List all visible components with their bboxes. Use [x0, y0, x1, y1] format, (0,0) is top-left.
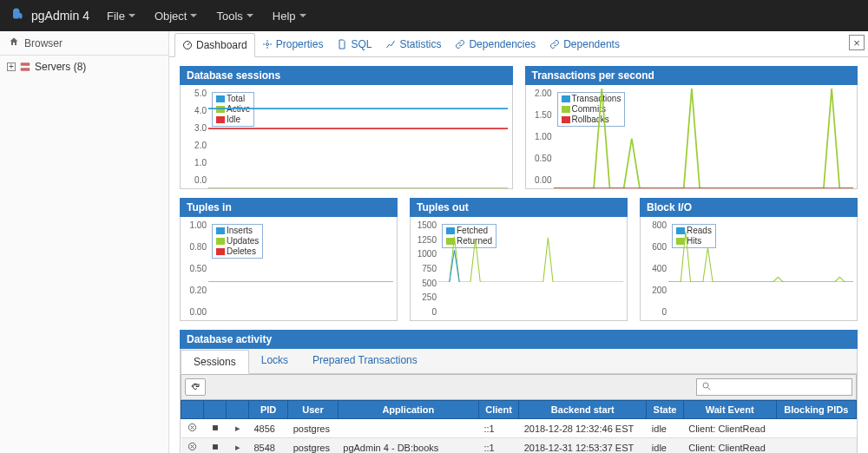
y-axis: 5.04.03.02.01.00.0 [182, 89, 207, 185]
panel-block-io: Block I/O 8006004002000 Reads Hits [640, 198, 858, 321]
refresh-button[interactable] [185, 378, 206, 396]
cell-user: postgres [288, 438, 339, 454]
panel-header: Tuples out [410, 198, 628, 217]
panel-database-activity: Database activity Sessions Locks Prepare… [180, 330, 858, 453]
chevron-down-icon [299, 14, 306, 17]
top-navbar: pgAdmin 4 File Object Tools Help [0, 0, 868, 31]
expand-icon[interactable]: + [7, 62, 16, 71]
cell-state: idle [647, 419, 683, 438]
cell-wait-event: Client: ClientRead [683, 438, 776, 454]
chevron-down-icon [128, 14, 135, 17]
activity-table: PID User Application Client Backend star… [181, 400, 857, 453]
panel-header: Transactions per second [525, 66, 858, 85]
panel-header: Tuples in [180, 198, 398, 217]
cell-blocking-pids [776, 438, 856, 454]
cell-wait-event: Client: ClientRead [683, 419, 776, 438]
col-pid[interactable]: PID [249, 401, 288, 419]
col-state[interactable]: State [647, 401, 683, 419]
svg-rect-15 [213, 425, 218, 430]
col-backend-start[interactable]: Backend start [519, 401, 647, 419]
panel-header: Database activity [180, 330, 858, 349]
cell-application: pgAdmin 4 - DB:books [338, 438, 478, 454]
tab-statistics[interactable]: Statistics [378, 33, 448, 56]
col-wait-event[interactable]: Wait Event [683, 401, 776, 419]
tps-chart [554, 89, 853, 188]
subtab-sessions[interactable]: Sessions [181, 350, 249, 374]
caret-right-icon[interactable]: ▸ [232, 442, 244, 453]
col-terminate [204, 401, 227, 419]
menu-help[interactable]: Help [273, 10, 306, 23]
subtab-prepared[interactable]: Prepared Transactions [300, 349, 430, 373]
cell-state: idle [647, 438, 683, 454]
col-expand [227, 401, 249, 419]
svg-rect-0 [21, 62, 30, 66]
cell-application [338, 419, 478, 438]
col-user[interactable]: User [288, 401, 339, 419]
cell-blocking-pids [776, 419, 856, 438]
tab-properties[interactable]: Properties [255, 33, 331, 56]
tuples-out-chart [438, 220, 623, 282]
browser-title: Browser [24, 37, 62, 49]
col-cancel [181, 401, 204, 419]
cell-backend-start: 2018-12-31 12:53:37 EST [519, 438, 647, 454]
table-row[interactable]: ▸4856postgres::12018-12-28 12:32:46 ESTi… [181, 419, 857, 438]
tab-dashboard[interactable]: Dashboard [174, 33, 255, 57]
cell-user: postgres [288, 419, 339, 438]
menu-file[interactable]: File [107, 10, 135, 23]
menu-tools[interactable]: Tools [216, 10, 253, 23]
col-application[interactable]: Application [338, 401, 478, 419]
subtab-locks[interactable]: Locks [249, 349, 300, 373]
cell-client: ::1 [478, 438, 518, 454]
y-axis: 8006004002000 [642, 220, 667, 317]
link-icon [455, 39, 465, 49]
y-axis: 2.001.501.000.500.00 [528, 89, 552, 185]
svg-point-3 [266, 43, 268, 45]
servers-icon [19, 61, 31, 73]
panel-tuples-in: Tuples in 1.000.800.500.200.00 Inserts U… [180, 198, 398, 321]
chevron-down-icon [190, 14, 197, 17]
refresh-icon [190, 382, 201, 392]
cancel-icon[interactable] [187, 423, 199, 434]
home-icon [9, 36, 19, 49]
svg-rect-1 [21, 68, 30, 71]
browser-header: Browser [0, 31, 168, 56]
table-row[interactable]: ▸8548postgrespgAdmin 4 - DB:books::12018… [181, 438, 857, 454]
close-button[interactable]: × [849, 35, 865, 50]
browser-panel: Browser + Servers (8) [0, 31, 169, 453]
stop-icon[interactable] [209, 423, 221, 434]
y-axis: 1.000.800.500.200.00 [182, 220, 207, 317]
content-area: × Dashboard Properties SQL Statistics De… [169, 31, 868, 453]
y-axis: 1500125010007505002500 [412, 220, 437, 317]
cell-backend-start: 2018-12-28 12:32:46 EST [519, 419, 647, 438]
caret-right-icon[interactable]: ▸ [232, 423, 244, 434]
sessions-chart [208, 89, 508, 188]
col-client[interactable]: Client [478, 401, 518, 419]
panel-header: Database sessions [180, 66, 513, 85]
activity-subtabs: Sessions Locks Prepared Transactions [181, 349, 857, 374]
panel-header: Block I/O [640, 198, 858, 217]
menu-object[interactable]: Object [155, 10, 198, 23]
stop-icon[interactable] [209, 443, 221, 453]
dashboard-icon [182, 40, 193, 50]
tab-dependencies[interactable]: Dependencies [448, 33, 542, 56]
panel-tuples-out: Tuples out 1500125010007505002500 Fetche… [410, 198, 628, 321]
tab-dependents[interactable]: Dependents [542, 33, 627, 56]
tree-node-servers[interactable]: + Servers (8) [7, 59, 161, 75]
cell-pid: 4856 [249, 419, 288, 438]
tree-node-label: Servers (8) [35, 61, 86, 73]
tab-sql[interactable]: SQL [330, 33, 378, 56]
svg-point-10 [703, 383, 708, 388]
tuples-in-chart [208, 220, 393, 282]
file-icon [337, 39, 347, 49]
cancel-icon[interactable] [187, 442, 199, 453]
activity-toolbar [181, 374, 857, 400]
content-tabs: Dashboard Properties SQL Statistics Depe… [169, 31, 868, 57]
nav-menu: File Object Tools Help [107, 10, 306, 23]
gear-icon [262, 39, 273, 49]
panel-database-sessions: Database sessions 5.04.03.02.01.00.0 Tot… [180, 66, 513, 189]
cell-pid: 8548 [249, 438, 288, 454]
search-input[interactable] [696, 378, 852, 396]
col-blocking-pids[interactable]: Blocking PIDs [776, 401, 856, 419]
svg-rect-19 [213, 444, 218, 450]
svg-line-11 [708, 388, 711, 391]
